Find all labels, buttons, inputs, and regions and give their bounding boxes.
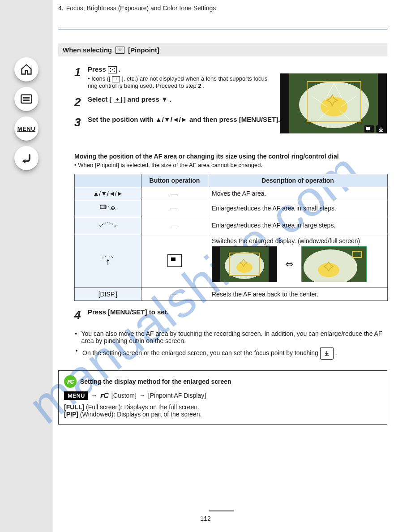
row-ring-dial: / — Enlarges/reduces the AF area in smal…	[75, 200, 388, 217]
note-2: • On the setting screen or the enlarged …	[74, 347, 388, 360]
windowed-display-example	[212, 246, 277, 282]
tip-option-pip: [PIP] (Windowed): Displays on part of th…	[64, 411, 381, 418]
page-number-rule	[209, 511, 234, 511]
svg-point-17	[110, 71, 111, 72]
step-4-text: Press [MENU/SET] to set.	[88, 308, 387, 316]
svg-point-18	[114, 71, 115, 72]
step-3-number: 3	[74, 116, 84, 129]
page-content: 4. Focus, Brightness (Exposure) and Colo…	[58, 0, 387, 425]
chapter-title: Focus, Brightness (Exposure) and Color t…	[66, 4, 216, 12]
svg-point-16	[112, 69, 113, 70]
cell-leverr-desc: Switches the enlarged display. (windowed…	[208, 234, 388, 287]
notes-block: • You can also move the AF area by touch…	[74, 330, 388, 360]
step-2-number: 2	[74, 95, 84, 109]
step-1-note: • Icons ([ ], etc.) are not displayed wh…	[88, 75, 276, 89]
section-suffix: [Pinpoint]	[128, 46, 159, 54]
nav-menu-button[interactable]: MENU	[14, 116, 39, 141]
row-lever-left: — Enlarges/reduces the AF area in large …	[75, 217, 388, 234]
lever-push-icon	[99, 255, 117, 266]
cell-cursor-button: —	[141, 187, 208, 200]
pinpoint-af-frame-icon	[116, 47, 124, 54]
menu-path: MENU → ꜰC [Custom] → [Pinpoint AF Displa…	[64, 391, 381, 400]
section-prefix: When selecting	[63, 46, 112, 54]
cell-leverl-button: —	[141, 217, 208, 234]
cell-ringdial-button: —	[141, 200, 208, 217]
note-2-text: On the setting screen or the enlarged sc…	[82, 347, 337, 360]
row-cursor: ▲/▼/◄/► — Moves the AF area.	[75, 187, 388, 200]
switch-display-illustration: ⇔	[212, 245, 384, 284]
th-desc: Description of operation	[208, 174, 388, 187]
menu-category-label: [Custom]	[111, 392, 137, 399]
nav-back-button[interactable]	[14, 146, 39, 170]
chapter-breadcrumb: 4. Focus, Brightness (Exposure) and Colo…	[58, 4, 387, 12]
svg-point-7	[321, 97, 347, 116]
note-1: • You can also move the AF area by touch…	[74, 330, 388, 344]
nav-contents-button[interactable]	[14, 87, 39, 111]
tip-option-full: [FULL] (Full screen): Displays on the fu…	[64, 403, 381, 411]
menu-item-label: [Pinpoint AF Display]	[148, 392, 206, 399]
cell-cursor-desc: Moves the AF area.	[208, 187, 388, 200]
svg-point-25	[236, 262, 253, 273]
tip-box: ꜰc Setting the display method for the en…	[58, 370, 387, 425]
arrow-icon: →	[91, 392, 97, 399]
cell-leverr-control	[75, 234, 141, 287]
divider	[58, 27, 387, 30]
th-control	[75, 174, 141, 187]
svg-point-14	[110, 68, 111, 69]
page-number: 112	[0, 515, 411, 522]
chapter-number: 4.	[58, 4, 64, 12]
cell-ringdial-control: /	[75, 200, 141, 217]
cell-leverl-control	[75, 217, 141, 234]
row-lever-right: Switches the enlarged display. (windowed…	[75, 234, 388, 287]
cell-disp-control: [DISP.]	[75, 287, 141, 300]
control-ring-note: • When [Pinpoint] is selected, the size …	[74, 162, 387, 168]
cell-leverl-desc: Enlarges/reduces the AF area in large st…	[208, 217, 388, 234]
cell-disp-button: —	[141, 287, 208, 300]
set-focus-touch-icon	[320, 347, 334, 360]
custom-menu-glyph-icon: ꜰC	[100, 391, 109, 400]
nav-home-button[interactable]	[14, 57, 39, 82]
pinpoint-af-frame-icon-inline	[114, 97, 122, 103]
svg-point-30	[318, 263, 339, 277]
svg-point-15	[114, 68, 115, 69]
pinpoint-af-frame-icon-small	[112, 76, 120, 82]
af-mode-button-icon	[108, 66, 117, 73]
section-header: When selecting [Pinpoint]	[58, 43, 387, 56]
control-ring-title: Moving the position of the AF area or ch…	[74, 153, 387, 168]
cell-leverr-button	[141, 234, 208, 287]
step-4: 4 Press [MENU/SET] to set.	[74, 308, 387, 322]
th-button: Button operation	[141, 174, 208, 187]
tip-title-text: Setting the display method for the enlar…	[80, 378, 231, 385]
cell-disp-desc: Resets the AF area back to the center.	[208, 287, 388, 300]
control-ring-dial-icon: /	[99, 207, 117, 214]
menu-pill: MENU	[64, 391, 88, 400]
sidebar: MENU	[0, 0, 53, 532]
custom-menu-badge-icon: ꜰc	[64, 375, 77, 388]
step-1-text: Press .	[88, 65, 387, 73]
cell-ringdial-desc: Enlarges/reduces the AF area in small st…	[208, 200, 388, 217]
step-1-number: 1	[74, 65, 84, 89]
back-arrow-icon	[20, 152, 33, 164]
home-icon	[20, 63, 33, 76]
row-disp: [DISP.] — Resets the AF area back to the…	[75, 287, 388, 300]
step-4-number: 4	[74, 308, 84, 322]
arrow-icon: →	[139, 392, 146, 399]
double-arrow-icon: ⇔	[285, 258, 293, 270]
svg-rect-11	[366, 127, 370, 130]
fullscreen-display-example	[301, 246, 367, 282]
nav-menu-label: MENU	[17, 125, 35, 132]
svg-text:/: /	[108, 205, 109, 208]
af-controls-table: Button operation Description of operatio…	[74, 174, 388, 301]
example-screen-illustration	[280, 73, 387, 133]
cell-cursor-control: ▲/▼/◄/►	[75, 187, 141, 200]
note-1-text: You can also move the AF area by touchin…	[81, 330, 388, 344]
pip-toggle-icon	[167, 254, 182, 267]
list-icon	[20, 93, 33, 105]
lever-left-icon	[99, 220, 117, 231]
control-ring-title-text: Moving the position of the AF area or ch…	[74, 153, 387, 160]
